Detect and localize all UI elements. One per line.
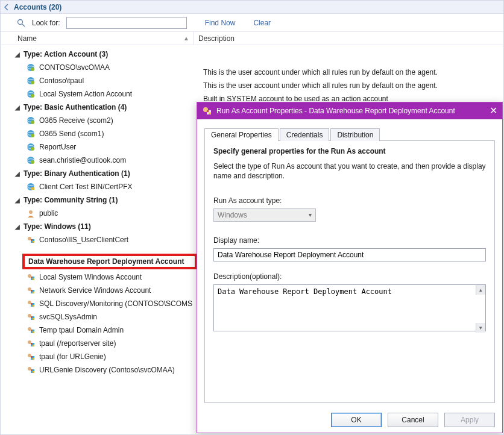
globe-user-icon: [26, 76, 36, 86]
item-description: This is the user account under which all…: [203, 79, 438, 92]
svg-rect-50: [33, 331, 34, 333]
globe-user-icon: [26, 63, 36, 72]
description-cells: This is the user account under which all…: [203, 66, 438, 105]
svg-point-16: [31, 134, 34, 137]
svg-rect-57: [31, 356, 33, 358]
group-label: Type: Action Account (3): [24, 50, 108, 58]
scroll-down-icon[interactable]: ▾: [476, 323, 485, 333]
button-label: Apply: [461, 416, 479, 424]
section-header: Specify general properties for the Run A…: [213, 147, 486, 155]
scroll-up-icon[interactable]: ▴: [476, 285, 485, 295]
group-action-account[interactable]: ◢ Type: Action Account (3): [15, 48, 503, 61]
svg-rect-45: [31, 316, 33, 318]
svg-line-1: [22, 24, 25, 27]
svg-rect-65: [207, 110, 209, 112]
list-item-highlighted[interactable]: Data Warehouse Report Deployment Account: [22, 254, 197, 269]
item-label: Client Cert Test BIN/CertPFX: [39, 183, 133, 191]
list-column-headers: Name ▲ Description: [1, 32, 503, 45]
button-label: OK: [351, 416, 361, 424]
svg-point-22: [31, 160, 34, 164]
svg-rect-58: [33, 358, 34, 360]
globe-user-icon: [26, 116, 36, 125]
svg-rect-30: [33, 241, 34, 243]
svg-point-4: [31, 67, 34, 71]
group-label: Type: Binary Authentication (1): [24, 169, 130, 178]
item-label: SQL Discovery/Monitoring (CONTOSO\SCOMS: [39, 299, 192, 308]
svg-rect-62: [33, 371, 34, 373]
globe-user-icon: [26, 89, 36, 99]
tab-label: Credentials: [286, 131, 323, 139]
chevron-down-icon: ◢: [15, 51, 20, 58]
description-field[interactable]: [213, 284, 486, 331]
svg-rect-66: [209, 112, 211, 114]
item-label: Data Warehouse Report Deployment Account: [28, 257, 184, 266]
run-as-account-properties-dialog: Run As Account Properties - Data Warehou…: [197, 102, 503, 433]
dialog-button-row: OK Cancel Apply: [197, 408, 502, 433]
svg-point-19: [31, 147, 34, 151]
item-label: Local System Windows Account: [39, 273, 142, 281]
clear-button[interactable]: Clear: [253, 19, 271, 27]
ok-button[interactable]: OK: [331, 413, 382, 427]
column-name[interactable]: Name ▲: [1, 32, 194, 45]
item-label: Local System Action Account: [39, 90, 132, 98]
column-name-label: Name: [17, 34, 37, 43]
sort-asc-icon: ▲: [183, 35, 189, 42]
item-description: This is the user account under which all…: [203, 66, 438, 79]
svg-point-0: [18, 19, 23, 24]
svg-rect-46: [33, 318, 34, 320]
svg-point-7: [31, 81, 34, 84]
svg-rect-42: [33, 305, 34, 307]
windows-user-icon: [26, 339, 36, 348]
cancel-button[interactable]: Cancel: [388, 413, 438, 427]
dialog-titlebar[interactable]: Run As Account Properties - Data Warehou…: [197, 102, 502, 119]
svg-rect-41: [31, 303, 33, 305]
svg-rect-61: [31, 369, 33, 371]
close-icon[interactable]: ✕: [490, 105, 497, 116]
account-type-label: Run As account type:: [213, 196, 486, 205]
windows-user-icon: [26, 325, 36, 335]
svg-point-13: [31, 120, 34, 124]
column-description[interactable]: Description: [194, 34, 503, 43]
windows-user-icon: [26, 352, 36, 361]
item-label: sean.christie@outlook.com: [39, 156, 126, 164]
chevron-down-icon: ◢: [15, 224, 20, 230]
tab-label: General Properties: [211, 131, 272, 139]
button-label: Cancel: [402, 416, 424, 424]
user-icon: [26, 208, 36, 218]
back-icon[interactable]: [4, 4, 10, 10]
windows-user-icon: [26, 235, 36, 245]
svg-rect-54: [33, 345, 34, 346]
tab-general-properties[interactable]: General Properties: [204, 128, 279, 141]
search-bar: Look for: Find Now Clear: [1, 14, 503, 32]
chevron-down-icon: ◢: [15, 104, 20, 111]
page-header: Accounts (20): [1, 1, 503, 14]
item-label: public: [39, 209, 58, 218]
apply-button: Apply: [444, 413, 495, 427]
description-label: Description(optional):: [213, 272, 486, 281]
svg-rect-34: [33, 278, 34, 280]
item-label: Temp tpaul Domain Admin: [39, 326, 124, 334]
display-name-field[interactable]: [213, 248, 486, 261]
tab-strip: General Properties Credentials Distribut…: [204, 127, 495, 141]
group-label: Type: Windows (11): [24, 222, 91, 231]
find-now-button[interactable]: Find Now: [205, 19, 236, 27]
svg-rect-37: [31, 290, 33, 292]
chevron-down-icon: ◢: [15, 171, 20, 177]
item-label: Contoso\IIS_UserClientCert: [39, 236, 128, 244]
column-description-label: Description: [198, 34, 235, 43]
help-text: Select the type of Run As account that y…: [213, 161, 486, 181]
tab-distribution[interactable]: Distribution: [330, 128, 380, 141]
svg-rect-33: [31, 277, 33, 278]
search-input[interactable]: [66, 17, 187, 29]
globe-user-icon: [26, 155, 36, 165]
globe-cert-icon: [26, 182, 36, 192]
svg-rect-29: [31, 239, 33, 241]
svg-rect-38: [33, 292, 34, 293]
globe-user-icon: [26, 129, 36, 139]
globe-user-icon: [26, 142, 36, 152]
display-name-label: Display name:: [213, 236, 486, 245]
tab-credentials[interactable]: Credentials: [280, 128, 330, 141]
svg-rect-25: [31, 187, 34, 190]
search-icon: [16, 18, 26, 28]
page-title: Accounts (20): [14, 3, 61, 11]
